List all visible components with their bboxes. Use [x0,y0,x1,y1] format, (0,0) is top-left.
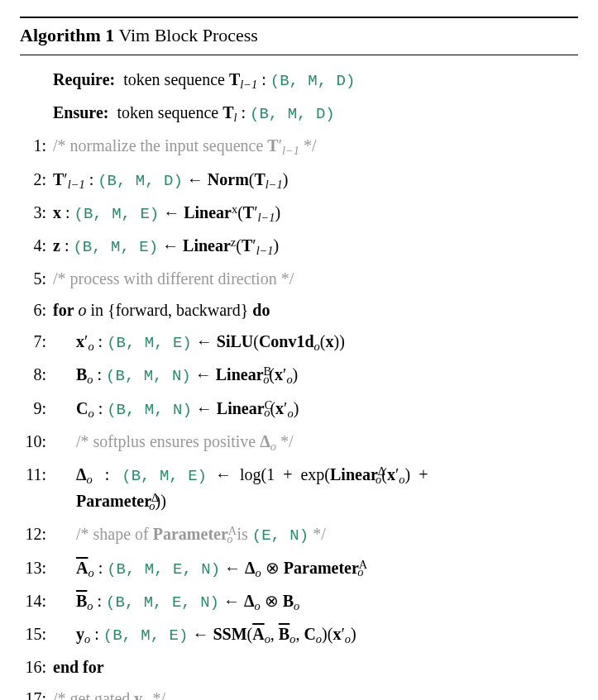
algo-line-17: 17: /* get gated yo */ [20,683,578,700]
algo-line-5: 5: /* process with different direction *… [20,263,578,294]
algo-line-4: 4: z : (B, M, E) ← Linearz(T′l−1) [20,230,578,263]
comment-pre: /* normalize the input sequence [53,136,267,155]
comment: /* process with different direction */ [53,266,578,291]
require-var: T [229,70,240,88]
dims: (E, N) [252,526,309,545]
dims: (B, M, E) [107,334,192,352]
algo-line-7: 7: x′o : (B, M, E) ← SiLU(Conv1do(x)) [20,326,578,359]
lineno: 4: [20,233,53,258]
require-sub: l−1 [240,78,257,91]
algo-line-12: 12: /* shape of ParameterAo is (E, N) */ [20,518,578,551]
lineno: 6: [20,298,53,322]
dims: (B, M, E) [73,238,158,256]
require-dims: (B, M, D) [270,72,356,90]
dims: (B, M, N) [107,401,192,419]
ensure-line: Ensure: token sequence Tl : (B, M, D) [20,97,578,130]
algo-line-8: 8: Bo : (B, M, N) ← LinearBo(x′o) [20,359,578,392]
algorithm-number: Algorithm 1 [20,25,114,45]
algorithm-title: Algorithm 1 Vim Block Process [20,23,578,50]
lineno: 10: [20,429,53,454]
lineno: 15: [20,621,53,646]
lineno: 8: [20,362,53,387]
ensure-dims: (B, M, D) [250,105,335,123]
title-rule [20,55,578,55]
algo-line-1: 1: /* normalize the input sequence T′l−1… [20,130,578,163]
require-line: Require: token sequence Tl−1 : (B, M, D) [20,64,578,97]
do-kw: do [252,301,270,319]
comment-pre: /* softplus ensures positive [76,432,260,450]
algo-line-14: 14: Bo : (B, M, E, N) ← Δo ⊗ Bo [20,585,578,618]
endfor-kw: end for [53,658,104,676]
lineno: 11: [20,462,53,487]
comment-pre: /* get gated [53,689,134,700]
dims: (B, M, D) [98,172,183,190]
lineno: 13: [20,555,53,580]
require-text: token sequence [123,70,229,88]
dims: (B, M, E) [74,205,160,223]
algo-line-16: 16: end for [20,651,578,683]
algo-line-15: 15: yo : (B, M, E) ← SSM(Ao, Bo, Co)(x′o… [20,618,578,651]
ensure-var: T [222,103,233,121]
algo-line-13: 13: Ao : (B, M, E, N) ← Δo ⊗ ParameterAo [20,552,578,585]
comment-mid: is [232,525,251,543]
algo-line-11: 11: Δo : (B, M, E) ← log(1 + exp(LinearΔ… [20,459,578,518]
lineno: 1: [20,133,53,158]
for-kw: for [53,301,74,319]
lineno: 5: [20,266,53,291]
dims: (B, M, E, N) [107,560,220,579]
lineno: 16: [20,655,53,679]
dims: (B, M, E, N) [106,593,219,612]
comment-pre: /* shape of [76,525,153,543]
comment-end: */ [309,525,326,543]
lineno: 12: [20,521,53,546]
ensure-label: Ensure: [53,103,108,121]
lineno: 17: [20,686,53,700]
ensure-sub: l [234,111,237,124]
ensure-text: token sequence [117,103,222,121]
comment-post: */ [149,689,166,700]
dims: (B, M, N) [106,367,191,385]
lineno: 3: [20,200,53,225]
algo-line-3: 3: x : (B, M, E) ← Linearx(T′l−1) [20,197,578,230]
algo-line-6: 6: for o in {forward, backward} do [20,294,578,326]
algorithm-name: Vim Block Process [118,25,258,45]
lineno: 7: [20,329,53,354]
algo-line-9: 9: Co : (B, M, N) ← LinearCo(x′o) [20,393,578,426]
dims: (B, M, E) [122,467,207,485]
top-rule [20,17,578,18]
require-label: Require: [53,70,115,88]
comment-post: */ [276,432,294,450]
algo-line-10: 10: /* softplus ensures positive Δo */ [20,426,578,459]
loop-set: {forward, backward} [108,301,248,319]
dims: (B, M, E) [103,626,189,645]
lineno: 2: [20,167,53,192]
lineno: 9: [20,396,53,421]
algo-line-2: 2: T′l−1 : (B, M, D) ← Norm(Tl−1) [20,164,578,197]
comment-post: */ [299,136,317,155]
in-kw: in [91,301,104,319]
lineno: 14: [20,588,53,613]
